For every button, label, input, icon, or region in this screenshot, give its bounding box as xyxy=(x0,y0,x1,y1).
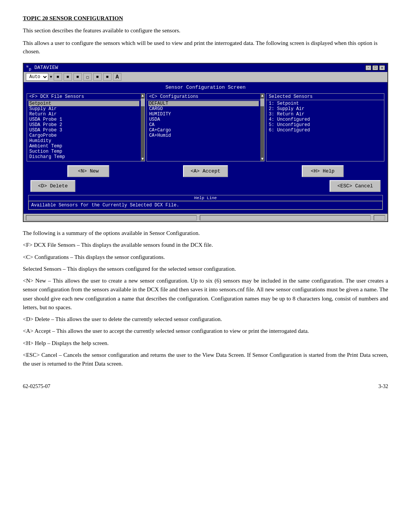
config-panel: <C> Configurations DEFAULT CARGO HUMIDIT… xyxy=(147,93,265,161)
auto-dropdown[interactable]: Auto xyxy=(26,73,48,81)
config-item-0[interactable]: DEFAULT xyxy=(148,101,259,106)
minimize-button[interactable]: - xyxy=(365,65,371,70)
helpline-section: Help Line Available Sensors for the Curr… xyxy=(28,195,383,210)
new-button[interactable]: <N> New xyxy=(67,165,109,177)
statusbar xyxy=(24,214,387,221)
dcx-panel-header: <F> DCX File Sensors xyxy=(27,94,145,100)
c-config-para: <C> Configurations – This displays the s… xyxy=(23,253,388,262)
config-scroll-thumb xyxy=(260,99,264,106)
config-item-3[interactable]: USDA xyxy=(148,117,259,122)
d-delete-para: <D> Delete – This allows the user to del… xyxy=(23,315,388,324)
dcx-panel-body[interactable]: Setpoint Supply Air Return Air USDA Prob… xyxy=(27,100,145,161)
statusbar-item-3 xyxy=(374,215,385,220)
footer: 62-02575-07 3-32 xyxy=(23,383,388,390)
selected-item-6: 6: Unconfigured xyxy=(268,128,382,133)
config-item-4[interactable]: CA xyxy=(148,122,259,128)
dcx-panel: <F> DCX File Sensors Setpoint Supply Air… xyxy=(27,93,145,161)
config-item-5[interactable]: CA+Cargo xyxy=(148,128,259,133)
dv-content-area: Sensor Configuration Screen <F> DCX File… xyxy=(24,82,387,214)
config-panel-body[interactable]: DEFAULT CARGO HUMIDITY USDA CA CA+Cargo … xyxy=(147,100,264,161)
toolbar: Auto ▼ ■ ■ ■ ▢ ■ ■ A xyxy=(24,72,387,82)
dcx-scroll-up[interactable]: ▲ xyxy=(141,94,145,98)
toolbar-icon-1[interactable]: ■ xyxy=(54,73,62,81)
dcx-scroll-down[interactable]: ▼ xyxy=(141,157,145,161)
dcx-item-5[interactable]: USDA Probe 3 xyxy=(29,128,139,133)
maximize-button[interactable]: □ xyxy=(372,65,378,70)
config-panel-header: <C> Configurations xyxy=(147,94,264,100)
close-button[interactable]: ✕ xyxy=(379,65,385,70)
dcx-item-7[interactable]: Humidity xyxy=(29,138,139,144)
toolbar-icon-a[interactable]: A xyxy=(113,73,121,81)
toolbar-arrow-icon: ▼ xyxy=(50,75,52,79)
dcx-item-3[interactable]: USDA Probe 1 xyxy=(29,117,139,122)
panels-row: <F> DCX File Sensors Setpoint Supply Air… xyxy=(27,93,384,161)
cancel-button[interactable]: <ESC> Cancel xyxy=(330,180,381,192)
selected-item-1: 1: Setpoint xyxy=(268,101,382,106)
dcx-item-10[interactable]: Discharg Temp xyxy=(29,154,139,160)
helpline-header: Help Line xyxy=(29,195,382,201)
intro-paragraph-2: This allows a user to configure the sens… xyxy=(23,39,388,56)
buttons-row-1: <N> New <A> Accept <H> Help xyxy=(27,165,384,177)
toolbar-icon-3[interactable]: ■ xyxy=(73,73,82,81)
dcx-item-8[interactable]: Ambient Temp xyxy=(29,144,139,149)
footer-left: 62-02575-07 xyxy=(23,383,50,390)
n-new-para: <N> New – This allows the user to create… xyxy=(23,276,388,312)
toolbar-icon-2[interactable]: ■ xyxy=(64,73,72,81)
config-item-2[interactable]: HUMIDITY xyxy=(148,112,259,117)
dataview-window: ᴺp DATAVIEW - □ ✕ Auto ▼ ■ ■ ■ ▢ ■ ■ A S… xyxy=(23,63,388,222)
statusbar-item-2 xyxy=(200,215,371,220)
dcx-scroll-thumb xyxy=(141,99,145,106)
selected-item-2: 2: Supply Air xyxy=(268,106,382,112)
dcx-item-6[interactable]: CargoProbe xyxy=(29,133,139,138)
help-button[interactable]: <H> Help xyxy=(302,165,344,177)
screen-title: Sensor Configuration Screen xyxy=(27,85,384,90)
helpline-text: Available Sensors for the Currently Sele… xyxy=(29,201,382,209)
selected-panel: Selected Sensors 1: Setpoint 2: Supply A… xyxy=(266,93,384,161)
config-item-1[interactable]: CARGO xyxy=(148,106,259,112)
h-help-para: <H> Help – Displays the help screen. xyxy=(23,339,388,348)
titlebar-title: ᴺp DATAVIEW xyxy=(26,64,58,72)
buttons-row-2: <D> Delete <ESC> Cancel xyxy=(27,180,384,192)
config-scroll-up[interactable]: ▲ xyxy=(260,94,264,98)
selected-item-3: 3: Return Air xyxy=(268,112,382,117)
config-item-6[interactable]: CA+Humid xyxy=(148,133,259,138)
summary-intro: The following is a summary of the option… xyxy=(23,229,388,238)
config-scroll-down[interactable]: ▼ xyxy=(260,157,264,161)
selected-panel-header: Selected Sensors xyxy=(266,94,384,100)
esc-cancel-para: <ESC> Cancel – Cancels the sensor config… xyxy=(23,351,388,369)
f-dcx-para: <F> DCX File Sensors – This displays the… xyxy=(23,241,388,249)
dcx-item-4[interactable]: USDA Probe 2 xyxy=(29,122,139,128)
selected-item-5: 5: Unconfigured xyxy=(268,122,382,128)
titlebar: ᴺp DATAVIEW - □ ✕ xyxy=(24,64,387,72)
dcx-item-1[interactable]: Supply Air xyxy=(29,106,139,112)
toolbar-icon-5[interactable]: ■ xyxy=(93,73,102,81)
dcx-item-0[interactable]: Setpoint xyxy=(29,101,139,106)
toolbar-icon-4[interactable]: ▢ xyxy=(83,73,92,81)
accept-button[interactable]: <A> Accept xyxy=(183,165,228,177)
dcx-item-9[interactable]: Suction Temp xyxy=(29,149,139,154)
toolbar-icon-6[interactable]: ■ xyxy=(103,73,112,81)
selected-sensors-para: Selected Sensors – This displays the sen… xyxy=(23,265,388,273)
footer-right: 3-32 xyxy=(378,383,388,390)
a-accept-para: <A> Accept – This allows the user to acc… xyxy=(23,327,388,335)
statusbar-item-1 xyxy=(26,215,197,220)
intro-paragraph-1: This section describes the features avai… xyxy=(23,26,388,35)
titlebar-controls: - □ ✕ xyxy=(365,65,385,70)
selected-panel-body: 1: Setpoint 2: Supply Air 3: Return Air … xyxy=(266,100,384,161)
topic-heading: TOPIC 20 SENSOR CONFIGURATION xyxy=(23,15,388,22)
selected-item-4: 4: Unconfigured xyxy=(268,117,382,122)
dcx-item-2[interactable]: Return Air xyxy=(29,112,139,117)
config-scrollbar[interactable]: ▲ ▼ xyxy=(260,94,264,161)
dcx-scrollbar[interactable]: ▲ ▼ xyxy=(141,94,145,161)
delete-button[interactable]: <D> Delete xyxy=(30,180,75,192)
